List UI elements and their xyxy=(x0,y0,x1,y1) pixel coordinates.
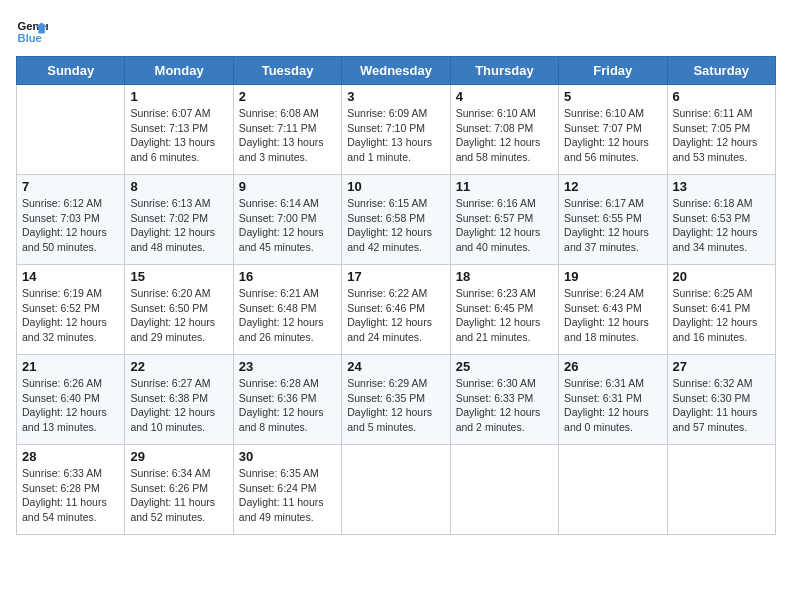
calendar-cell: 6Sunrise: 6:11 AM Sunset: 7:05 PM Daylig… xyxy=(667,85,775,175)
calendar-cell: 12Sunrise: 6:17 AM Sunset: 6:55 PM Dayli… xyxy=(559,175,667,265)
day-info: Sunrise: 6:31 AM Sunset: 6:31 PM Dayligh… xyxy=(564,376,661,435)
day-info: Sunrise: 6:19 AM Sunset: 6:52 PM Dayligh… xyxy=(22,286,119,345)
week-row: 14Sunrise: 6:19 AM Sunset: 6:52 PM Dayli… xyxy=(17,265,776,355)
calendar-cell: 17Sunrise: 6:22 AM Sunset: 6:46 PM Dayli… xyxy=(342,265,450,355)
calendar-cell: 9Sunrise: 6:14 AM Sunset: 7:00 PM Daylig… xyxy=(233,175,341,265)
calendar-cell: 22Sunrise: 6:27 AM Sunset: 6:38 PM Dayli… xyxy=(125,355,233,445)
calendar-cell: 18Sunrise: 6:23 AM Sunset: 6:45 PM Dayli… xyxy=(450,265,558,355)
day-number: 29 xyxy=(130,449,227,464)
svg-text:Blue: Blue xyxy=(18,32,42,44)
day-number: 6 xyxy=(673,89,770,104)
calendar-cell: 11Sunrise: 6:16 AM Sunset: 6:57 PM Dayli… xyxy=(450,175,558,265)
logo: General Blue xyxy=(16,16,48,48)
calendar-cell: 24Sunrise: 6:29 AM Sunset: 6:35 PM Dayli… xyxy=(342,355,450,445)
calendar-cell: 21Sunrise: 6:26 AM Sunset: 6:40 PM Dayli… xyxy=(17,355,125,445)
day-number: 3 xyxy=(347,89,444,104)
calendar-cell: 8Sunrise: 6:13 AM Sunset: 7:02 PM Daylig… xyxy=(125,175,233,265)
day-info: Sunrise: 6:30 AM Sunset: 6:33 PM Dayligh… xyxy=(456,376,553,435)
day-number: 26 xyxy=(564,359,661,374)
day-number: 16 xyxy=(239,269,336,284)
day-number: 8 xyxy=(130,179,227,194)
day-info: Sunrise: 6:33 AM Sunset: 6:28 PM Dayligh… xyxy=(22,466,119,525)
calendar-cell xyxy=(17,85,125,175)
calendar-table: SundayMondayTuesdayWednesdayThursdayFrid… xyxy=(16,56,776,535)
logo-icon: General Blue xyxy=(16,16,48,48)
day-info: Sunrise: 6:13 AM Sunset: 7:02 PM Dayligh… xyxy=(130,196,227,255)
day-info: Sunrise: 6:35 AM Sunset: 6:24 PM Dayligh… xyxy=(239,466,336,525)
page-header: General Blue xyxy=(16,16,776,48)
week-row: 1Sunrise: 6:07 AM Sunset: 7:13 PM Daylig… xyxy=(17,85,776,175)
calendar-cell: 15Sunrise: 6:20 AM Sunset: 6:50 PM Dayli… xyxy=(125,265,233,355)
day-info: Sunrise: 6:21 AM Sunset: 6:48 PM Dayligh… xyxy=(239,286,336,345)
day-header-thursday: Thursday xyxy=(450,57,558,85)
day-number: 10 xyxy=(347,179,444,194)
day-number: 18 xyxy=(456,269,553,284)
day-info: Sunrise: 6:34 AM Sunset: 6:26 PM Dayligh… xyxy=(130,466,227,525)
day-header-friday: Friday xyxy=(559,57,667,85)
calendar-cell: 1Sunrise: 6:07 AM Sunset: 7:13 PM Daylig… xyxy=(125,85,233,175)
day-number: 11 xyxy=(456,179,553,194)
day-info: Sunrise: 6:25 AM Sunset: 6:41 PM Dayligh… xyxy=(673,286,770,345)
day-info: Sunrise: 6:26 AM Sunset: 6:40 PM Dayligh… xyxy=(22,376,119,435)
day-info: Sunrise: 6:12 AM Sunset: 7:03 PM Dayligh… xyxy=(22,196,119,255)
day-number: 2 xyxy=(239,89,336,104)
calendar-cell: 13Sunrise: 6:18 AM Sunset: 6:53 PM Dayli… xyxy=(667,175,775,265)
day-info: Sunrise: 6:17 AM Sunset: 6:55 PM Dayligh… xyxy=(564,196,661,255)
day-info: Sunrise: 6:07 AM Sunset: 7:13 PM Dayligh… xyxy=(130,106,227,165)
day-info: Sunrise: 6:10 AM Sunset: 7:08 PM Dayligh… xyxy=(456,106,553,165)
day-number: 1 xyxy=(130,89,227,104)
calendar-cell: 30Sunrise: 6:35 AM Sunset: 6:24 PM Dayli… xyxy=(233,445,341,535)
calendar-cell xyxy=(559,445,667,535)
day-number: 15 xyxy=(130,269,227,284)
calendar-cell: 4Sunrise: 6:10 AM Sunset: 7:08 PM Daylig… xyxy=(450,85,558,175)
day-info: Sunrise: 6:29 AM Sunset: 6:35 PM Dayligh… xyxy=(347,376,444,435)
calendar-cell xyxy=(450,445,558,535)
day-number: 12 xyxy=(564,179,661,194)
day-number: 5 xyxy=(564,89,661,104)
day-header-tuesday: Tuesday xyxy=(233,57,341,85)
calendar-cell: 26Sunrise: 6:31 AM Sunset: 6:31 PM Dayli… xyxy=(559,355,667,445)
day-number: 23 xyxy=(239,359,336,374)
calendar-cell: 3Sunrise: 6:09 AM Sunset: 7:10 PM Daylig… xyxy=(342,85,450,175)
day-info: Sunrise: 6:11 AM Sunset: 7:05 PM Dayligh… xyxy=(673,106,770,165)
day-info: Sunrise: 6:09 AM Sunset: 7:10 PM Dayligh… xyxy=(347,106,444,165)
calendar-cell xyxy=(667,445,775,535)
day-number: 24 xyxy=(347,359,444,374)
day-info: Sunrise: 6:27 AM Sunset: 6:38 PM Dayligh… xyxy=(130,376,227,435)
day-info: Sunrise: 6:28 AM Sunset: 6:36 PM Dayligh… xyxy=(239,376,336,435)
day-info: Sunrise: 6:23 AM Sunset: 6:45 PM Dayligh… xyxy=(456,286,553,345)
calendar-cell: 10Sunrise: 6:15 AM Sunset: 6:58 PM Dayli… xyxy=(342,175,450,265)
day-number: 17 xyxy=(347,269,444,284)
calendar-header-row: SundayMondayTuesdayWednesdayThursdayFrid… xyxy=(17,57,776,85)
day-number: 4 xyxy=(456,89,553,104)
day-header-sunday: Sunday xyxy=(17,57,125,85)
day-number: 21 xyxy=(22,359,119,374)
day-number: 19 xyxy=(564,269,661,284)
calendar-cell: 28Sunrise: 6:33 AM Sunset: 6:28 PM Dayli… xyxy=(17,445,125,535)
day-number: 27 xyxy=(673,359,770,374)
calendar-cell: 14Sunrise: 6:19 AM Sunset: 6:52 PM Dayli… xyxy=(17,265,125,355)
calendar-cell: 25Sunrise: 6:30 AM Sunset: 6:33 PM Dayli… xyxy=(450,355,558,445)
day-info: Sunrise: 6:18 AM Sunset: 6:53 PM Dayligh… xyxy=(673,196,770,255)
day-number: 20 xyxy=(673,269,770,284)
day-number: 25 xyxy=(456,359,553,374)
week-row: 28Sunrise: 6:33 AM Sunset: 6:28 PM Dayli… xyxy=(17,445,776,535)
day-number: 14 xyxy=(22,269,119,284)
day-info: Sunrise: 6:16 AM Sunset: 6:57 PM Dayligh… xyxy=(456,196,553,255)
day-info: Sunrise: 6:22 AM Sunset: 6:46 PM Dayligh… xyxy=(347,286,444,345)
calendar-body: 1Sunrise: 6:07 AM Sunset: 7:13 PM Daylig… xyxy=(17,85,776,535)
calendar-cell: 27Sunrise: 6:32 AM Sunset: 6:30 PM Dayli… xyxy=(667,355,775,445)
week-row: 7Sunrise: 6:12 AM Sunset: 7:03 PM Daylig… xyxy=(17,175,776,265)
day-number: 7 xyxy=(22,179,119,194)
calendar-cell: 5Sunrise: 6:10 AM Sunset: 7:07 PM Daylig… xyxy=(559,85,667,175)
day-number: 9 xyxy=(239,179,336,194)
calendar-cell: 19Sunrise: 6:24 AM Sunset: 6:43 PM Dayli… xyxy=(559,265,667,355)
day-info: Sunrise: 6:24 AM Sunset: 6:43 PM Dayligh… xyxy=(564,286,661,345)
day-info: Sunrise: 6:32 AM Sunset: 6:30 PM Dayligh… xyxy=(673,376,770,435)
day-info: Sunrise: 6:10 AM Sunset: 7:07 PM Dayligh… xyxy=(564,106,661,165)
day-info: Sunrise: 6:14 AM Sunset: 7:00 PM Dayligh… xyxy=(239,196,336,255)
calendar-cell: 16Sunrise: 6:21 AM Sunset: 6:48 PM Dayli… xyxy=(233,265,341,355)
day-info: Sunrise: 6:15 AM Sunset: 6:58 PM Dayligh… xyxy=(347,196,444,255)
day-number: 13 xyxy=(673,179,770,194)
calendar-cell: 29Sunrise: 6:34 AM Sunset: 6:26 PM Dayli… xyxy=(125,445,233,535)
